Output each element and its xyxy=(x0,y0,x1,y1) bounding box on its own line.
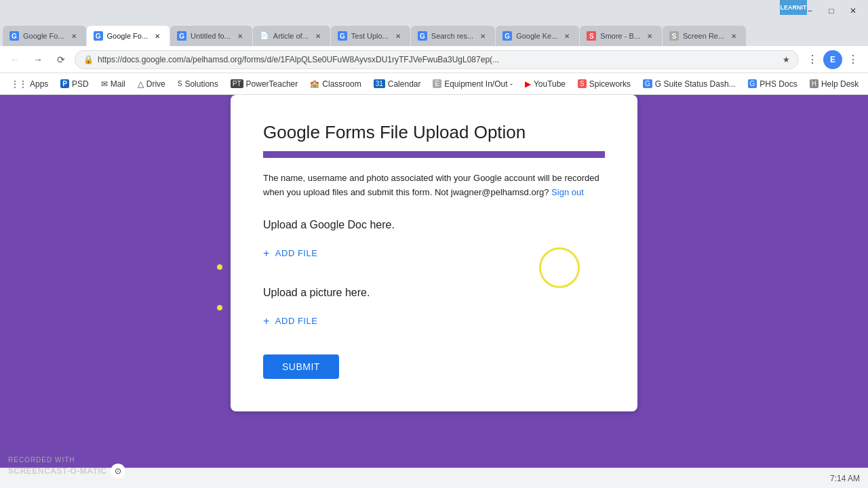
tab-favicon-4: 📄 xyxy=(260,31,269,41)
extensions-btn[interactable]: ⋮ xyxy=(803,50,822,69)
form-section-2: Upload a picture here. + ADD FILE xyxy=(263,287,605,333)
add-file-icon-1: + xyxy=(263,247,270,260)
mail-icon: ✉ xyxy=(101,79,108,89)
bookmark-solutions[interactable]: S Solutions xyxy=(172,77,224,92)
form-card: Google Forms File Upload Option The name… xyxy=(231,95,637,411)
tab-label-4: Article of... xyxy=(273,32,309,40)
add-file-button-1[interactable]: + ADD FILE xyxy=(263,242,317,265)
tab-label-7: Google Ke... xyxy=(516,32,557,40)
recorded-with-label: RECORDED WITH xyxy=(8,456,125,464)
bookmark-phsdocs[interactable]: G PHS Docs xyxy=(743,77,803,92)
toolbar-icons: ⋮ E ⋮ xyxy=(803,50,863,69)
bookmark-psd-label: PSD xyxy=(72,79,89,89)
tab-close-9[interactable]: ✕ xyxy=(728,30,739,41)
tab-1[interactable]: G Google Fo... ✕ xyxy=(3,26,86,46)
bookmark-phsdocs-label: PHS Docs xyxy=(760,79,797,89)
tab-close-6[interactable]: ✕ xyxy=(477,30,488,41)
decoration-dot-2 xyxy=(217,305,222,310)
add-file-label-2: ADD FILE xyxy=(275,316,318,326)
add-file-label-1: ADD FILE xyxy=(275,248,318,258)
form-info-text: The name, username and photo associated … xyxy=(263,173,599,197)
close-button[interactable]: ✕ xyxy=(844,3,863,18)
bottom-bar: 7:14 AM xyxy=(0,468,868,488)
tab-9[interactable]: S Screen Re... ✕ xyxy=(663,26,746,46)
bookmark-gsuite[interactable]: G G Suite Status Dash... xyxy=(637,77,741,92)
screencast-brand-label: SCREENCAST-O-MATIC xyxy=(8,466,106,476)
form-title: Google Forms File Upload Option xyxy=(263,122,605,158)
bookmark-youtube[interactable]: ▶ YouTube xyxy=(519,77,571,92)
tab-8[interactable]: S Smore - B... ✕ xyxy=(580,26,662,46)
maximize-button[interactable]: □ xyxy=(822,3,841,18)
tab-label-3: Untitled fo... xyxy=(191,32,231,40)
tab-3[interactable]: G Untitled fo... ✕ xyxy=(170,26,252,46)
tab-favicon-2: G xyxy=(94,31,103,41)
tab-close-8[interactable]: ✕ xyxy=(644,30,655,41)
bookmark-spiceworks[interactable]: S Spiceworks xyxy=(572,77,636,92)
tab-close-4[interactable]: ✕ xyxy=(313,30,323,41)
drive-icon: △ xyxy=(138,79,144,89)
tab-close-5[interactable]: ✕ xyxy=(393,30,403,41)
bookmark-apps[interactable]: ⋮⋮ Apps xyxy=(5,77,54,92)
tab-2[interactable]: G Google Fo... ✕ xyxy=(87,26,170,46)
bookmark-classroom-label: Classroom xyxy=(322,79,361,89)
tab-close-1[interactable]: ✕ xyxy=(68,30,79,41)
gsuite-icon: G xyxy=(643,79,652,88)
reload-button[interactable]: ⟳ xyxy=(52,50,71,69)
tab-label-2: Google Fo... xyxy=(107,32,149,40)
tab-4[interactable]: 📄 Article of... ✕ xyxy=(253,26,330,46)
sign-out-link[interactable]: Sign out xyxy=(551,187,584,197)
tab-favicon-9: S xyxy=(669,31,679,41)
bookmark-drive-label: Drive xyxy=(146,79,165,89)
tab-7[interactable]: G Google Ke... ✕ xyxy=(496,26,579,46)
bookmark-mail-label: Mail xyxy=(111,79,125,89)
page-content: Google Forms File Upload Option The name… xyxy=(0,95,868,488)
tab-bar: G Google Fo... ✕ G Google Fo... ✕ G Unti… xyxy=(0,22,868,46)
bookmark-calendar-label: Calendar xyxy=(388,79,421,89)
bookmark-equipment[interactable]: E Equipment In/Out - xyxy=(427,77,517,92)
bookmark-mail[interactable]: ✉ Mail xyxy=(96,77,131,92)
bookmark-powerteacher[interactable]: PT PowerTeacher xyxy=(225,77,304,92)
bookmark-powerteacher-label: PowerTeacher xyxy=(246,79,298,89)
form-section-1: Upload a Google Doc here. + ADD FILE xyxy=(263,219,605,265)
back-button[interactable]: ← xyxy=(5,50,24,69)
phsdocs-icon: G xyxy=(748,79,757,88)
spiceworks-icon: S xyxy=(578,79,587,88)
bookmark-calendar[interactable]: 31 Calendar xyxy=(368,77,427,92)
bookmark-gsuite-label: G Suite Status Dash... xyxy=(655,79,736,89)
calendar-icon: 31 xyxy=(374,79,385,88)
profile-btn[interactable]: E xyxy=(823,50,842,69)
form-info: The name, username and photo associated … xyxy=(263,171,605,200)
classroom-icon: 🏫 xyxy=(310,79,319,88)
bookmark-drive[interactable]: △ Drive xyxy=(132,77,171,92)
tab-close-2[interactable]: ✕ xyxy=(152,30,163,41)
time-display: 7:14 AM xyxy=(830,474,860,483)
add-file-button-2[interactable]: + ADD FILE xyxy=(263,310,317,333)
add-file-icon-2: + xyxy=(263,315,270,327)
url-bar[interactable]: 🔒 https://docs.google.com/a/pelhamsd.org… xyxy=(75,50,799,69)
tab-close-3[interactable]: ✕ xyxy=(235,30,245,41)
learnit-badge: learnit xyxy=(780,0,807,15)
bookmark-apps-label: Apps xyxy=(30,79,48,89)
tab-5[interactable]: G Test Uplo... ✕ xyxy=(331,26,410,46)
submit-button[interactable]: SUBMIT xyxy=(263,354,339,379)
tab-label-5: Test Uplo... xyxy=(351,32,389,40)
helpdesk-icon: H xyxy=(810,79,818,88)
tab-6[interactable]: G Search res... ✕ xyxy=(411,26,495,46)
section2-title: Upload a picture here. xyxy=(263,287,605,299)
menu-btn[interactable]: ⋮ xyxy=(844,50,863,69)
tab-favicon-8: S xyxy=(587,31,596,41)
bookmark-equipment-label: Equipment In/Out - xyxy=(444,79,513,89)
powerteacher-icon: PT xyxy=(231,79,243,88)
bookmark-helpdesk[interactable]: H Help Desk xyxy=(804,77,865,92)
url-text: https://docs.google.com/a/pelhamsd.org/f… xyxy=(98,55,778,64)
forward-button[interactable]: → xyxy=(28,50,47,69)
bookmark-classroom[interactable]: 🏫 Classroom xyxy=(304,77,366,92)
tab-close-7[interactable]: ✕ xyxy=(561,30,572,41)
tab-favicon-5: G xyxy=(338,31,347,41)
screencast-text: RECORDED WITH SCREENCAST-O-MATIC ⊙ xyxy=(8,456,125,479)
apps-icon: ⋮⋮ xyxy=(11,79,27,89)
tab-label-6: Search res... xyxy=(431,32,473,40)
screencast-logo: ⊙ xyxy=(111,464,125,479)
bookmark-psd[interactable]: P PSD xyxy=(55,77,94,92)
bookmark-solutions-label: Solutions xyxy=(184,79,218,89)
